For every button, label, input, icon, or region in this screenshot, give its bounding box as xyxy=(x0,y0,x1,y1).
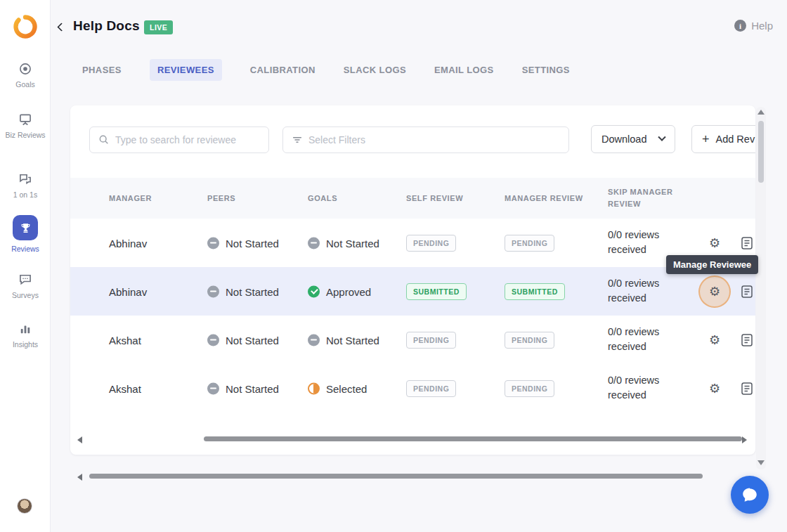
add-reviewee-button[interactable]: + Add Rev xyxy=(691,125,755,153)
document-icon xyxy=(741,237,753,249)
approved-check-icon xyxy=(308,285,320,297)
chat-launcher-button[interactable] xyxy=(731,476,769,514)
sidebar-item-goals[interactable]: Goals xyxy=(0,62,51,89)
not-started-icon xyxy=(308,334,320,346)
vertical-scrollbar-thumb[interactable] xyxy=(758,121,764,183)
gear-icon xyxy=(709,235,720,251)
tab-calibration[interactable]: CALIBRATION xyxy=(250,59,316,81)
goals-status: Not Started xyxy=(308,237,379,249)
column-header-self-review: SELF REVIEW xyxy=(406,194,463,202)
tooltip: Manage Reviewee xyxy=(666,255,758,274)
review-log-button[interactable] xyxy=(737,282,755,301)
review-log-button[interactable] xyxy=(737,379,755,398)
manage-reviewee-button[interactable] xyxy=(705,330,724,350)
sidebar-item-label: Insights xyxy=(13,340,38,349)
goals-status-label: Not Started xyxy=(326,237,379,249)
self-review-status: PENDING xyxy=(406,380,456,397)
search-icon xyxy=(98,134,110,145)
table-row: Abhinav Not Started Not Started PENDING … xyxy=(70,219,755,267)
skip-manager-review-value: 0/0 reviews received xyxy=(608,228,687,259)
self-review-status: PENDING xyxy=(406,332,456,349)
gear-icon xyxy=(709,381,720,396)
manage-reviewee-button[interactable] xyxy=(705,379,724,398)
manager-name: Abhinav xyxy=(109,285,147,297)
gear-icon xyxy=(709,332,720,348)
user-avatar[interactable] xyxy=(17,498,32,514)
gear-icon xyxy=(709,284,720,299)
scroll-down-arrow[interactable] xyxy=(757,460,765,465)
sidebar-item-label: Biz Reviews xyxy=(5,131,45,140)
tab-phases[interactable]: PHASES xyxy=(82,59,122,81)
status-badge: SUBMITTED xyxy=(406,283,467,300)
manager-review-status: PENDING xyxy=(505,332,554,349)
search-input[interactable] xyxy=(90,127,268,153)
peers-status: Not Started xyxy=(207,334,279,346)
skip-manager-review-value: 0/0 reviews received xyxy=(608,325,687,356)
filter-icon xyxy=(292,134,303,145)
status-badge: PENDING xyxy=(406,332,456,349)
table-row: Akshat Not Started Selected PENDING PEND… xyxy=(70,364,755,413)
manage-reviewee-button[interactable] xyxy=(705,233,724,253)
manager-review-status: PENDING xyxy=(505,380,554,397)
sidebar: Goals Biz Reviews 1 on 1s xyxy=(0,0,51,532)
manager-review-status: PENDING xyxy=(505,235,554,252)
skip-manager-review-value: 0/0 reviews received xyxy=(608,276,687,307)
goals-status: Approved xyxy=(308,285,371,297)
add-reviewee-label: Add Rev xyxy=(716,134,755,145)
column-header-manager-review: MANAGER REVIEW xyxy=(505,194,583,202)
sidebar-item-1on1s[interactable]: 1 on 1s xyxy=(0,172,51,200)
self-review-status: PENDING xyxy=(406,235,456,252)
sidebar-item-label: Goals xyxy=(15,80,34,89)
manage-reviewee-button[interactable] xyxy=(705,282,724,301)
not-started-icon xyxy=(207,285,219,297)
survey-bubble-icon xyxy=(18,273,32,287)
manager-name: Abhinav xyxy=(109,237,147,249)
scroll-left-arrow[interactable] xyxy=(77,436,82,443)
document-icon xyxy=(741,285,753,298)
trophy-icon xyxy=(20,222,32,234)
chat-bubble-icon xyxy=(741,486,759,504)
app-logo[interactable] xyxy=(13,14,38,39)
plus-icon: + xyxy=(702,133,710,145)
filter-field-wrap xyxy=(282,126,569,153)
scroll-left-arrow[interactable] xyxy=(77,474,82,481)
peers-status: Not Started xyxy=(207,382,279,394)
tab-reviewees[interactable]: REVIEWEES xyxy=(150,59,222,81)
self-review-status: SUBMITTED xyxy=(406,283,467,300)
status-badge: PENDING xyxy=(406,380,456,397)
not-started-icon xyxy=(308,237,320,249)
peers-status-label: Not Started xyxy=(226,382,279,394)
status-badge: SUBMITTED xyxy=(505,283,565,300)
sidebar-item-reviews[interactable]: Reviews xyxy=(0,215,51,254)
peers-status-label: Not Started xyxy=(226,334,279,346)
sidebar-item-biz-reviews[interactable]: Biz Reviews xyxy=(0,112,51,140)
status-badge: PENDING xyxy=(505,380,554,397)
back-button[interactable] xyxy=(53,19,69,34)
horizontal-scrollbar-thumb[interactable] xyxy=(204,436,742,441)
sidebar-item-label: 1 on 1s xyxy=(13,190,37,200)
horizontal-scrollbar-thumb[interactable] xyxy=(89,474,703,479)
tab-slack-logs[interactable]: SLACK LOGS xyxy=(344,59,406,81)
chevron-down-icon xyxy=(658,134,665,141)
sidebar-item-insights[interactable]: Insights xyxy=(0,322,51,349)
review-log-button[interactable] xyxy=(737,233,755,253)
scroll-right-arrow[interactable] xyxy=(742,436,747,443)
download-label: Download xyxy=(601,134,647,145)
tab-settings[interactable]: SETTINGS xyxy=(522,59,570,81)
scroll-up-arrow[interactable] xyxy=(757,110,765,115)
sidebar-item-surveys[interactable]: Surveys xyxy=(0,273,51,300)
column-header-goals: GOALS xyxy=(308,194,337,202)
help-button[interactable]: i Help xyxy=(734,20,773,32)
download-button[interactable]: Download xyxy=(591,125,675,153)
tab-email-logs[interactable]: EMAIL LOGS xyxy=(434,59,494,81)
live-status-badge: LIVE xyxy=(144,20,173,34)
target-icon xyxy=(18,62,32,76)
status-badge: PENDING xyxy=(406,235,456,252)
column-header-skip-manager-review: SKIP MANAGER REVIEW xyxy=(608,186,685,210)
goals-status-label: Selected xyxy=(326,382,367,394)
review-log-button[interactable] xyxy=(737,330,755,350)
status-badge: PENDING xyxy=(505,332,554,349)
filter-input[interactable] xyxy=(283,127,568,153)
goals-status-label: Not Started xyxy=(326,334,379,346)
page-title: Help Docs xyxy=(73,18,140,34)
